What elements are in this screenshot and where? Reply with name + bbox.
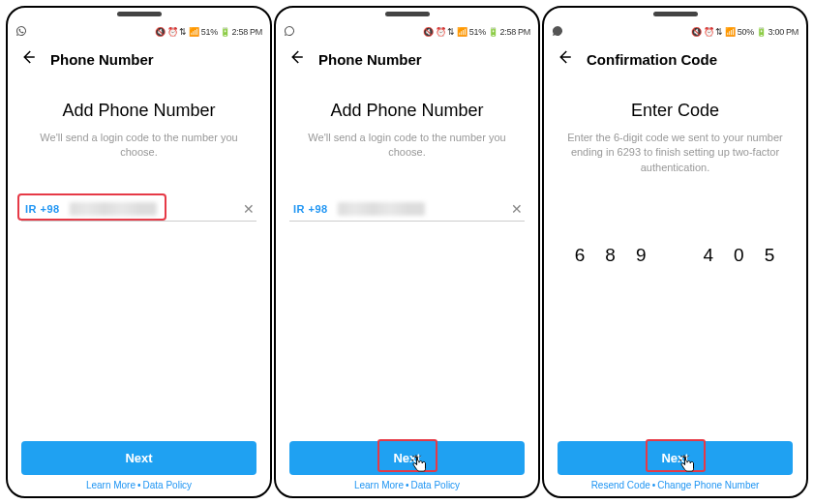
page-subtext: Enter the 6-digit code we sent to your n… bbox=[558, 131, 793, 175]
whatsapp-icon bbox=[284, 25, 295, 39]
next-button[interactable]: Next bbox=[558, 441, 793, 475]
code-gap bbox=[667, 245, 684, 266]
back-arrow-icon[interactable] bbox=[556, 48, 573, 70]
country-code[interactable]: IR +98 bbox=[289, 201, 332, 217]
page-heading: Add Phone Number bbox=[289, 101, 525, 121]
page-heading: Add Phone Number bbox=[21, 101, 256, 121]
data-icon: ⇅ bbox=[179, 27, 187, 37]
time-text: 2:58 PM bbox=[500, 27, 530, 37]
next-button-label: Next bbox=[661, 451, 688, 465]
header: Phone Number bbox=[8, 43, 270, 77]
phone-input-row[interactable]: IR +98 ✕ bbox=[21, 201, 256, 222]
footer-links: Learn More•Data Policy bbox=[21, 480, 256, 490]
phone-number-blurred[interactable] bbox=[338, 202, 425, 216]
header-title: Phone Number bbox=[318, 51, 422, 68]
page-heading: Enter Code bbox=[558, 101, 793, 121]
battery-text: 51% bbox=[469, 27, 486, 37]
footer-link-b[interactable]: Data Policy bbox=[411, 480, 461, 490]
code-digit-1: 6 bbox=[575, 245, 587, 266]
alarm-icon: ⏰ bbox=[704, 27, 714, 37]
phone-input-row[interactable]: IR +98 ✕ bbox=[289, 201, 525, 222]
status-right: 🔇 ⏰ ⇅ 📶 51% 🔋 2:58 PM bbox=[423, 27, 530, 37]
code-input[interactable]: 6 8 9 4 0 5 bbox=[558, 245, 793, 266]
code-digit-5: 0 bbox=[734, 245, 745, 266]
whatsapp-icon bbox=[552, 25, 563, 39]
signal-icon: 📶 bbox=[725, 27, 736, 37]
signal-icon: 📶 bbox=[457, 27, 467, 37]
clear-icon[interactable]: ✕ bbox=[509, 201, 525, 217]
header-title: Confirmation Code bbox=[587, 51, 717, 68]
next-button-label: Next bbox=[393, 451, 420, 465]
footer-link-b[interactable]: Change Phone Number bbox=[657, 480, 759, 490]
footer-links: Resend Code•Change Phone Number bbox=[558, 480, 793, 490]
header: Phone Number bbox=[276, 43, 538, 77]
phone-frame-3: 🔇 ⏰ ⇅ 📶 50% 🔋 3:00 PM Confirmation Code … bbox=[542, 6, 808, 498]
footer-link-a[interactable]: Learn More bbox=[86, 480, 136, 490]
battery-icon: 🔋 bbox=[220, 27, 230, 37]
mute-icon: 🔇 bbox=[155, 27, 166, 37]
status-right: 🔇 ⏰ ⇅ 📶 50% 🔋 3:00 PM bbox=[691, 27, 799, 37]
data-icon: ⇅ bbox=[447, 27, 455, 37]
page-subtext: We'll send a login code to the number yo… bbox=[21, 131, 256, 161]
status-bar: 🔇 ⏰ ⇅ 📶 51% 🔋 2:58 PM bbox=[8, 21, 270, 43]
whatsapp-icon bbox=[15, 25, 27, 39]
back-arrow-icon[interactable] bbox=[287, 48, 305, 70]
speaker-slot bbox=[385, 12, 430, 16]
speaker-slot bbox=[117, 12, 162, 16]
status-right: 🔇 ⏰ ⇅ 📶 51% 🔋 2:58 PM bbox=[155, 27, 262, 37]
content: Add Phone Number We'll send a login code… bbox=[276, 77, 538, 496]
page-subtext: We'll send a login code to the number yo… bbox=[289, 131, 525, 161]
code-digit-3: 9 bbox=[636, 245, 648, 266]
footer-link-b[interactable]: Data Policy bbox=[143, 480, 193, 490]
battery-text: 50% bbox=[738, 27, 754, 37]
header-title: Phone Number bbox=[50, 51, 154, 68]
country-code[interactable]: IR +98 bbox=[21, 201, 64, 217]
battery-text: 51% bbox=[201, 27, 218, 37]
time-text: 3:00 PM bbox=[769, 27, 799, 37]
content: Enter Code Enter the 6-digit code we sen… bbox=[544, 77, 806, 496]
phone-frame-1: 🔇 ⏰ ⇅ 📶 51% 🔋 2:58 PM Phone Number Add P… bbox=[6, 6, 272, 498]
time-text: 2:58 PM bbox=[232, 27, 262, 37]
next-button[interactable]: Next bbox=[289, 441, 525, 475]
header: Confirmation Code bbox=[544, 43, 806, 77]
code-digit-6: 5 bbox=[765, 245, 776, 266]
signal-icon: 📶 bbox=[189, 27, 199, 37]
next-button[interactable]: Next bbox=[21, 441, 256, 475]
status-bar: 🔇 ⏰ ⇅ 📶 50% 🔋 3:00 PM bbox=[544, 21, 806, 43]
code-digit-2: 8 bbox=[605, 245, 617, 266]
footer-link-a[interactable]: Resend Code bbox=[591, 480, 650, 490]
status-bar: 🔇 ⏰ ⇅ 📶 51% 🔋 2:58 PM bbox=[276, 21, 538, 43]
footer-links: Learn More•Data Policy bbox=[289, 480, 525, 490]
alarm-icon: ⏰ bbox=[436, 27, 446, 37]
speaker-slot bbox=[653, 12, 698, 16]
phone-frame-2: 🔇 ⏰ ⇅ 📶 51% 🔋 2:58 PM Phone Number Add P… bbox=[274, 6, 540, 498]
next-button-label: Next bbox=[125, 451, 152, 465]
alarm-icon: ⏰ bbox=[167, 27, 178, 37]
code-digit-4: 4 bbox=[704, 245, 715, 266]
mute-icon: 🔇 bbox=[691, 27, 702, 37]
footer-link-a[interactable]: Learn More bbox=[354, 480, 404, 490]
battery-icon: 🔋 bbox=[488, 27, 498, 37]
back-arrow-icon[interactable] bbox=[19, 48, 37, 70]
battery-icon: 🔋 bbox=[756, 27, 767, 37]
clear-icon[interactable]: ✕ bbox=[241, 201, 256, 217]
data-icon: ⇅ bbox=[715, 27, 723, 37]
phone-number-blurred[interactable] bbox=[70, 202, 157, 216]
mute-icon: 🔇 bbox=[423, 27, 434, 37]
content: Add Phone Number We'll send a login code… bbox=[8, 77, 270, 496]
